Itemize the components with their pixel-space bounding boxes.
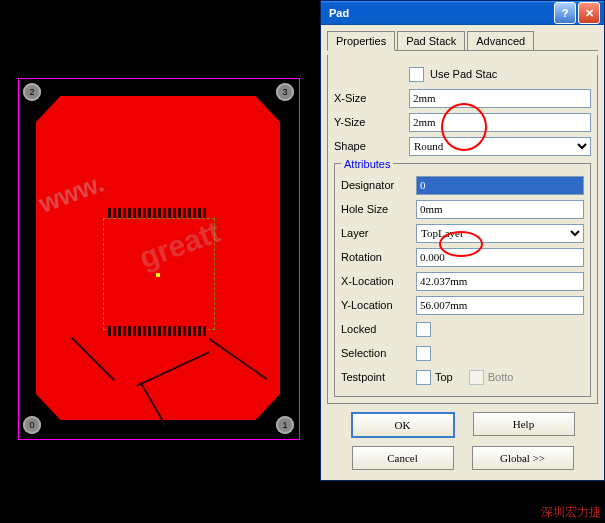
use-padstack-label: Use Pad Stac [430,68,497,80]
tab-padstack[interactable]: Pad Stack [397,31,465,50]
pad-dialog: Pad ? ✕ Properties Pad Stack Advanced Us… [320,0,605,481]
tab-advanced[interactable]: Advanced [467,31,534,50]
bottom-label: Botto [488,371,514,383]
selection-label: Selection [341,347,416,359]
help-icon[interactable]: ? [554,2,576,24]
holesize-label: Hole Size [341,203,416,215]
testpoint-top-checkbox[interactable] [416,370,431,385]
help-button[interactable]: Help [473,412,575,436]
tab-properties[interactable]: Properties [327,31,395,51]
ok-button[interactable]: OK [351,412,455,438]
global-button[interactable]: Global >> [472,446,574,470]
testpoint-bottom-checkbox [469,370,484,385]
locked-checkbox[interactable] [416,322,431,337]
tab-content: Use Pad Stac X-Size Y-Size Shape Round A… [327,55,598,404]
xloc-label: X-Location [341,275,416,287]
rotation-input[interactable] [416,248,584,267]
designator-input[interactable] [416,176,584,195]
shape-label: Shape [334,140,409,152]
yloc-label: Y-Location [341,299,416,311]
locked-label: Locked [341,323,416,335]
attributes-title: Attributes [341,158,393,170]
titlebar[interactable]: Pad ? ✕ [321,1,604,25]
cancel-button[interactable]: Cancel [352,446,454,470]
layer-label: Layer [341,227,416,239]
ysize-label: Y-Size [334,116,409,128]
use-padstack-checkbox[interactable] [409,67,424,82]
layer-select[interactable]: TopLayer [416,224,584,243]
via-3[interactable]: 3 [276,83,294,101]
via-1[interactable]: 1 [276,416,294,434]
yloc-input[interactable] [416,296,584,315]
xsize-input[interactable] [409,89,591,108]
selection-checkbox[interactable] [416,346,431,361]
dialog-title: Pad [325,7,552,19]
pcb-canvas[interactable]: 2 3 0 1 www. greatt [8,8,308,508]
xsize-label: X-Size [334,92,409,104]
footer-text: 深圳宏力捷 [541,504,601,521]
via-0[interactable]: 0 [23,416,41,434]
close-icon[interactable]: ✕ [578,2,600,24]
chip-pins-bottom [108,326,206,336]
holesize-input[interactable] [416,200,584,219]
shape-select[interactable]: Round [409,137,591,156]
designator-label: Designator [341,179,416,191]
testpoint-label: Testpoint [341,371,416,383]
xloc-input[interactable] [416,272,584,291]
chip-center-dot [156,273,160,277]
top-label: Top [435,371,453,383]
tab-bar: Properties Pad Stack Advanced [327,31,598,51]
via-2[interactable]: 2 [23,83,41,101]
ysize-input[interactable] [409,113,591,132]
attributes-fieldset: Attributes Designator Hole Size LayerTop… [334,163,591,397]
rotation-label: Rotation [341,251,416,263]
chip-pins-top [108,208,206,218]
